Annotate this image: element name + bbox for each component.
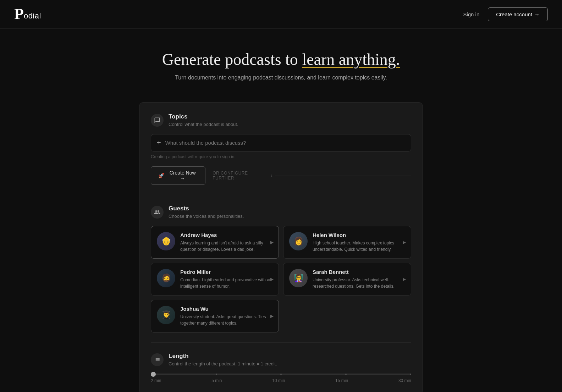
slider-label-30-min: 30 min — [398, 378, 411, 383]
topics-subtitle: Control what the podcast is about. — [169, 122, 238, 127]
section-divider-1 — [151, 195, 411, 195]
guest-avatar-emoji: 👴 — [157, 232, 175, 250]
guest-name-sarah-bennett: Sarah Bennett — [313, 269, 405, 275]
guest-avatar-emoji: 🧔 — [157, 269, 175, 287]
create-account-arrow-icon: → — [534, 11, 540, 17]
slider-label-2-min: 2 min — [151, 378, 161, 383]
guest-desc-helen-wilson: High school teacher. Makes complex topic… — [313, 240, 405, 253]
topics-title: Topics — [169, 113, 238, 120]
logo-rest: odial — [24, 11, 41, 21]
length-subtitle: Control the length of the podcast. 1 min… — [169, 361, 277, 366]
slider-dot-2 — [216, 374, 217, 375]
length-section-header: Length Control the length of the podcast… — [151, 353, 411, 366]
guest-card-sarah-bennett[interactable]: 👩‍🏫 Sarah Bennett University professor. … — [283, 263, 411, 296]
length-icon — [151, 353, 164, 366]
slider-track — [151, 374, 411, 375]
guests-icon — [151, 206, 164, 219]
guests-grid: 👴 Andrew Hayes Always learning and isn't… — [151, 226, 411, 332]
list-icon — [154, 357, 160, 363]
guest-info-helen-wilson: Helen Wilson High school teacher. Makes … — [313, 232, 405, 253]
guest-name-andrew-hayes: Andrew Hayes — [180, 232, 273, 238]
person-icon — [154, 209, 160, 215]
site-header: P odial Sign in Create account → — [0, 0, 562, 29]
guest-card-joshua-wu[interactable]: 👨‍🎓 Joshua Wu University student. Asks g… — [151, 300, 279, 332]
guests-subtitle: Choose the voices and personalities. — [169, 214, 244, 219]
create-account-button[interactable]: Create account → — [488, 7, 548, 21]
create-now-button[interactable]: 🚀 Create Now → — [151, 166, 205, 185]
slider-dot-3 — [280, 374, 282, 375]
slider-dots — [151, 374, 411, 375]
guest-avatar-emoji: 👩‍🏫 — [289, 269, 308, 287]
guest-info-sarah-bennett: Sarah Bennett University professor. Asks… — [313, 269, 405, 289]
guest-info-andrew-hayes: Andrew Hayes Always learning and isn't a… — [180, 232, 273, 253]
slider-dot-4 — [345, 374, 347, 375]
main-card: Topics Control what the podcast is about… — [139, 102, 423, 392]
guest-card-pedro-miller[interactable]: 🧔 Pedro Miller Comedian. Lighthearted an… — [151, 263, 279, 296]
or-configure-label: OR CONFIGURE FURTHER ↓ — [213, 171, 411, 181]
guest-info-pedro-miller: Pedro Miller Comedian. Lighthearted and … — [180, 269, 273, 289]
slider-thumb[interactable] — [151, 372, 156, 377]
hero-headline-plain: Generate podcasts to — [162, 50, 302, 68]
guest-avatar-pedro-miller: 🧔 — [157, 269, 175, 287]
logo[interactable]: P odial — [14, 6, 41, 22]
guests-header-text: Guests Choose the voices and personaliti… — [169, 205, 244, 219]
actions-row: 🚀 Create Now → OR CONFIGURE FURTHER ↓ — [151, 166, 411, 185]
hero-headline-emphasis: learn anything. — [302, 50, 400, 68]
plus-icon: + — [157, 139, 161, 147]
sign-in-button[interactable]: Sign in — [463, 11, 479, 17]
topic-input[interactable] — [165, 140, 405, 146]
topics-icon — [151, 114, 164, 127]
slider-dot-5 — [410, 374, 411, 375]
logo-letter: P — [14, 6, 23, 22]
hero-section: Generate podcasts to learn anything. Tur… — [0, 29, 562, 92]
guest-avatar-joshua-wu: 👨‍🎓 — [157, 306, 175, 324]
slider-labels: 2 min5 min10 min15 min30 min — [151, 378, 411, 383]
guest-card-andrew-hayes[interactable]: 👴 Andrew Hayes Always learning and isn't… — [151, 226, 279, 259]
guest-desc-pedro-miller: Comedian. Lighthearted and provocative w… — [180, 277, 273, 289]
guest-play-icon-joshua-wu[interactable]: ▶ — [270, 314, 274, 319]
chat-icon — [154, 117, 160, 123]
guest-avatar-emoji: 👩 — [289, 232, 308, 250]
guest-play-icon-sarah-bennett[interactable]: ▶ — [403, 277, 406, 282]
guest-name-joshua-wu: Joshua Wu — [180, 306, 273, 312]
guest-name-helen-wilson: Helen Wilson — [313, 232, 405, 238]
guests-section-header: Guests Choose the voices and personaliti… — [151, 205, 411, 219]
guest-avatar-andrew-hayes: 👴 — [157, 232, 175, 250]
guests-title: Guests — [169, 205, 244, 212]
slider-label-10-min: 10 min — [272, 378, 285, 383]
guest-info-joshua-wu: Joshua Wu University student. Asks great… — [180, 306, 273, 326]
guest-desc-joshua-wu: University student. Asks great questions… — [180, 314, 273, 326]
guest-play-icon-helen-wilson[interactable]: ▶ — [403, 240, 406, 245]
topic-hint: Creating a podcast will require you to s… — [151, 154, 411, 159]
length-slider-container: 2 min5 min10 min15 min30 min — [151, 374, 411, 383]
header-actions: Sign in Create account → — [463, 7, 548, 21]
topics-section-header: Topics Control what the podcast is about… — [151, 113, 411, 127]
length-header-text: Length Control the length of the podcast… — [169, 353, 277, 366]
guest-avatar-sarah-bennett: 👩‍🏫 — [289, 269, 308, 287]
hero-subheadline: Turn documents into engaging podcast dis… — [175, 74, 387, 81]
guest-name-pedro-miller: Pedro Miller — [180, 269, 273, 275]
guest-avatar-emoji: 👨‍🎓 — [157, 306, 175, 324]
topics-header-text: Topics Control what the podcast is about… — [169, 113, 238, 127]
guest-play-icon-andrew-hayes[interactable]: ▶ — [270, 240, 274, 245]
length-section: Length Control the length of the podcast… — [151, 353, 411, 383]
slider-label-15-min: 15 min — [335, 378, 348, 383]
length-title: Length — [169, 353, 277, 360]
guest-desc-andrew-hayes: Always learning and isn't afraid to ask … — [180, 240, 273, 253]
guest-avatar-helen-wilson: 👩 — [289, 232, 308, 250]
guest-desc-sarah-bennett: University professor. Asks technical wel… — [313, 277, 405, 289]
guest-play-icon-pedro-miller[interactable]: ▶ — [270, 277, 274, 282]
section-divider-2 — [151, 342, 411, 343]
guest-card-helen-wilson[interactable]: 👩 Helen Wilson High school teacher. Make… — [283, 226, 411, 259]
create-now-label: Create Now → — [167, 170, 198, 181]
rocket-icon: 🚀 — [158, 173, 164, 178]
slider-label-5-min: 5 min — [211, 378, 222, 383]
hero-headline: Generate podcasts to learn anything. — [14, 50, 548, 69]
configure-arrow-icon: ↓ — [271, 173, 273, 178]
topic-input-wrapper[interactable]: + — [151, 134, 411, 151]
create-account-label: Create account — [496, 11, 532, 17]
